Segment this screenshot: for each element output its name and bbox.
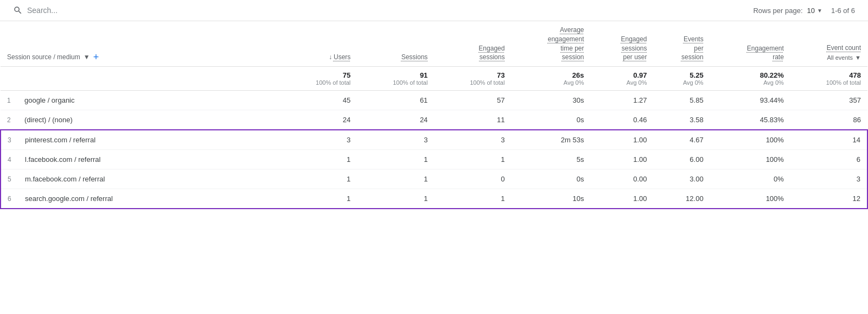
search-area: Search...: [13, 5, 58, 15]
event-count-column-header: Event count All events ▼: [790, 21, 867, 67]
summary-avg-engagement-cell: 26s Avg 0%: [511, 67, 590, 91]
metric-cell: 1: [357, 189, 434, 209]
metric-cell: 3.58: [654, 110, 710, 130]
search-icon: [13, 5, 23, 15]
summary-engaged-cell: 73 100% of total: [434, 67, 511, 91]
metric-cell: 4.67: [654, 130, 710, 150]
sort-arrow-icon: ↓: [329, 53, 332, 62]
summary-users-cell: 75 100% of total: [280, 67, 357, 91]
summary-engagement-rate-cell: 80.22% Avg 0%: [710, 67, 790, 91]
rows-per-page-select[interactable]: 10 ▼: [807, 7, 822, 15]
metric-cell: 100%: [710, 130, 790, 150]
all-events-select[interactable]: All events ▼: [827, 54, 861, 62]
metric-cell: 86: [790, 110, 867, 130]
engagement-rate-label: Engagementrate: [747, 45, 784, 61]
metric-cell: 93.44%: [710, 91, 790, 110]
event-count-label: Event count: [827, 43, 861, 53]
rows-per-page-control: Rows per page: 10 ▼: [753, 7, 822, 15]
summary-sessions-cell: 91 100% of total: [357, 67, 434, 91]
dimension-cell: 2(direct) / (none): [1, 110, 280, 130]
engaged-per-user-column-header: Engagedsessionsper user: [591, 21, 654, 67]
metric-cell: 1.00: [591, 189, 654, 209]
metric-cell: 357: [790, 91, 867, 110]
search-input-placeholder[interactable]: Search...: [27, 6, 58, 15]
metric-cell: 61: [357, 91, 434, 110]
metric-cell: 3.00: [654, 169, 710, 189]
sessions-column-header: Sessions: [357, 21, 434, 67]
row-number: 6: [8, 195, 21, 203]
avg-engagement-column-header: Averageengagementtime persession: [511, 21, 590, 67]
add-dimension-icon[interactable]: +: [93, 52, 99, 62]
metric-cell: 45: [280, 91, 357, 110]
engaged-sessions-label: Engagedsessions: [478, 45, 505, 61]
summary-users-sub: 100% of total: [286, 79, 350, 86]
dimension-value: (direct) / (none): [24, 116, 73, 124]
metric-cell: 1.00: [591, 150, 654, 169]
table-header-row: Session source / medium ▼ + ↓Users Sessi…: [1, 21, 867, 67]
metric-cell: 11: [434, 110, 511, 130]
summary-er-main: 80.22%: [717, 71, 784, 79]
metric-cell: 6.00: [654, 150, 710, 169]
table-row: 1google / organic45615730s1.275.8593.44%…: [1, 91, 867, 110]
metric-cell: 1: [434, 189, 511, 209]
rows-per-page-value: 10: [807, 7, 815, 15]
summary-dimension-cell: [1, 67, 280, 91]
metric-cell: 0s: [511, 110, 590, 130]
engagement-rate-column-header: Engagementrate: [710, 21, 790, 67]
metric-cell: 45.83%: [710, 110, 790, 130]
data-table-wrapper: Session source / medium ▼ + ↓Users Sessi…: [0, 21, 868, 209]
row-number: 4: [8, 156, 21, 164]
metric-cell: 1: [434, 150, 511, 169]
rows-per-page-label: Rows per page:: [753, 7, 802, 15]
table-row: 3pinterest.com / referral3332m 53s1.004.…: [1, 130, 867, 150]
summary-users-main: 75: [286, 71, 350, 79]
summary-avg-sub: Avg 0%: [518, 79, 584, 86]
page-range: 1-6 of 6: [831, 7, 855, 15]
summary-avg-main: 26s: [518, 71, 584, 79]
summary-epu-sub: Avg 0%: [597, 79, 647, 86]
dimension-cell: 6search.google.com / referral: [1, 189, 280, 209]
metric-cell: 12.00: [654, 189, 710, 209]
metric-cell: 57: [434, 91, 511, 110]
filter-icon[interactable]: ▼: [84, 53, 90, 62]
dimension-header-label: Session source / medium: [7, 53, 80, 62]
dimension-cell: 4l.facebook.com / referral: [1, 150, 280, 169]
metric-cell: 0%: [710, 169, 790, 189]
engaged-sessions-column-header: Engagedsessions: [434, 21, 511, 67]
metric-cell: 2m 53s: [511, 130, 590, 150]
dimension-column-header: Session source / medium ▼ +: [1, 21, 280, 67]
summary-ec-main: 478: [797, 71, 861, 79]
metric-cell: 14: [790, 130, 867, 150]
users-column-header[interactable]: ↓Users: [280, 21, 357, 67]
dimension-value: m.facebook.com / referral: [25, 175, 105, 183]
metric-cell: 1.00: [591, 130, 654, 150]
summary-eps-main: 5.25: [660, 71, 704, 79]
engaged-per-user-label: Engagedsessionsper user: [621, 35, 647, 61]
dimension-value: pinterest.com / referral: [25, 136, 95, 144]
metric-cell: 5s: [511, 150, 590, 169]
dimension-value: search.google.com / referral: [25, 194, 113, 203]
dimension-value: google / organic: [24, 96, 75, 104]
metric-cell: 100%: [710, 150, 790, 169]
table-body: 75 100% of total 91 100% of total 73 100…: [1, 67, 867, 209]
all-events-label: All events: [827, 54, 853, 62]
dimension-cell: 1google / organic: [1, 91, 280, 110]
summary-events-per-session-cell: 5.25 Avg 0%: [654, 67, 710, 91]
metric-cell: 3: [790, 169, 867, 189]
metric-cell: 0.46: [591, 110, 654, 130]
sessions-label: Sessions: [401, 53, 428, 61]
table-row: 2(direct) / (none)2424110s0.463.5845.83%…: [1, 110, 867, 130]
row-number: 2: [7, 116, 20, 124]
pagination-area: Rows per page: 10 ▼ 1-6 of 6: [753, 7, 855, 15]
users-label: Users: [334, 53, 350, 61]
metric-cell: 30s: [511, 91, 590, 110]
summary-engaged-sub: 100% of total: [441, 79, 505, 86]
events-per-session-column-header: Eventspersession: [654, 21, 710, 67]
metric-cell: 1: [280, 150, 357, 169]
table-row: 4l.facebook.com / referral1115s1.006.001…: [1, 150, 867, 169]
row-number: 5: [8, 175, 21, 183]
summary-engaged-main: 73: [441, 71, 505, 79]
summary-er-sub: Avg 0%: [717, 79, 784, 86]
analytics-table: Session source / medium ▼ + ↓Users Sessi…: [0, 21, 868, 209]
top-bar: Search... Rows per page: 10 ▼ 1-6 of 6: [0, 0, 868, 21]
